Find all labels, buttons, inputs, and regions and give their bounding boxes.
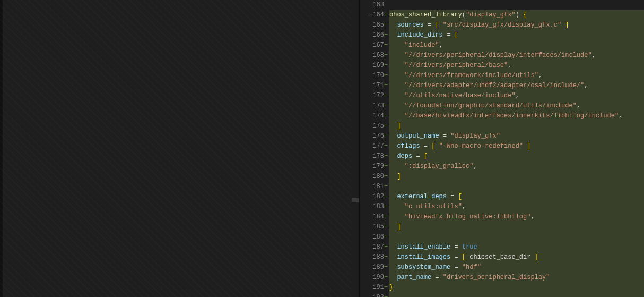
line-content[interactable]: [389, 232, 644, 242]
line-number: 180: [372, 172, 384, 182]
line-content[interactable]: "//foundation/graphic/standard/utils/inc…: [389, 101, 644, 111]
code-line[interactable]: 182+ external_deps = [: [360, 192, 644, 202]
line-content[interactable]: sources = [ "src/display_gfx/display_gfx…: [389, 20, 644, 30]
line-content[interactable]: "//drivers/adapter/uhdf2/adapter/osal/in…: [389, 81, 644, 91]
diff-added-mark: +: [384, 71, 388, 81]
code-line[interactable]: 174+ "//base/hiviewdfx/interfaces/innerk…: [360, 111, 644, 121]
code-line[interactable]: 173+ "//foundation/graphic/standard/util…: [360, 101, 644, 111]
diff-added-mark: +: [384, 20, 388, 30]
diff-added-mark: +: [384, 162, 388, 172]
code-line[interactable]: 185+ ]: [360, 222, 644, 232]
line-number: 192: [372, 293, 384, 297]
code-token: [389, 21, 397, 29]
line-content[interactable]: cflags = [ "-Wno-macro-redefined" ]: [389, 141, 644, 151]
code-token: [: [462, 253, 466, 261]
line-gutter: 166+: [360, 30, 389, 40]
code-token: ,: [584, 82, 588, 89]
code-token: true: [462, 243, 477, 251]
code-line[interactable]: 166+ include_dirs = [: [360, 30, 644, 40]
line-content[interactable]: ":display_gralloc",: [389, 162, 644, 172]
code-line[interactable]: 188+ install_images = [ chipset_base_dir…: [360, 252, 644, 262]
code-line[interactable]: 191+}: [360, 283, 644, 293]
line-content[interactable]: subsystem_name = "hdf": [389, 262, 644, 273]
code-line[interactable]: 180+ ]: [360, 172, 644, 182]
code-token: [389, 152, 397, 160]
diff-added-mark: +: [384, 10, 388, 20]
line-content[interactable]: output_name = "display_gfx": [389, 131, 644, 141]
line-content[interactable]: [389, 182, 644, 192]
diff-added-bg: [389, 293, 644, 297]
line-content[interactable]: external_deps = [: [389, 192, 644, 202]
code-line[interactable]: 169+ "//drivers/peripheral/base",: [360, 61, 644, 71]
line-content[interactable]: part_name = "drivers_peripheral_display": [389, 273, 644, 283]
code-line[interactable]: 192+: [360, 293, 644, 297]
diff-added-mark: +: [384, 212, 388, 222]
line-content[interactable]: "//drivers/peripheral/base",: [389, 61, 644, 71]
code-line[interactable]: →164+ohos_shared_library("display_gfx") …: [360, 10, 644, 20]
line-content[interactable]: [389, 293, 644, 297]
line-content[interactable]: ]: [389, 222, 644, 232]
line-content[interactable]: }: [389, 283, 644, 293]
code-line[interactable]: 186+: [360, 232, 644, 242]
right-diff-pane[interactable]: 163 →164+ohos_shared_library("display_gf…: [360, 0, 644, 297]
code-line[interactable]: 175+ ]: [360, 121, 644, 131]
code-line[interactable]: 189+ subsystem_name = "hdf": [360, 262, 644, 273]
line-gutter: 184+: [360, 212, 389, 222]
code-line[interactable]: 187+ install_enable = true: [360, 242, 644, 252]
code-line[interactable]: 176+ output_name = "display_gfx": [360, 131, 644, 141]
code-token: "hdf": [462, 264, 481, 271]
line-content[interactable]: "//utils/native/base/include",: [389, 91, 644, 101]
line-content[interactable]: "hiviewdfx_hilog_native:libhilog",: [389, 212, 644, 222]
line-number: 177: [372, 141, 384, 151]
line-number: 163: [372, 0, 384, 10]
code-line[interactable]: 177+ cflags = [ "-Wno-macro-redefined" ]: [360, 141, 644, 151]
code-line[interactable]: 168+ "//drivers/peripheral/display/inter…: [360, 50, 644, 61]
line-number: 188: [372, 252, 384, 262]
code-token: install_enable: [397, 243, 450, 251]
left-diff-pane[interactable]: [0, 0, 359, 297]
expand-arrow-icon[interactable]: →: [368, 10, 372, 20]
code-token: "display_gfx": [466, 11, 516, 19]
code-token: external_deps: [397, 193, 447, 200]
line-content[interactable]: "//base/hiviewdfx/interfaces/innerkits/l…: [389, 111, 644, 121]
diff-added-mark: +: [384, 293, 388, 297]
minimap-handle-left[interactable]: [352, 198, 359, 202]
line-content[interactable]: ]: [389, 121, 644, 131]
minimap-track-left[interactable]: [352, 0, 359, 297]
code-token: "include": [405, 41, 439, 49]
line-content[interactable]: install_images = [ chipset_base_dir ]: [389, 252, 644, 262]
line-content[interactable]: include_dirs = [: [389, 30, 644, 40]
line-number: 166: [372, 30, 384, 40]
line-content[interactable]: install_enable = true: [389, 242, 644, 252]
code-token: ,: [538, 72, 542, 79]
code-line[interactable]: 167+ "include",: [360, 40, 644, 50]
code-line[interactable]: 170+ "//drivers/framework/include/utils"…: [360, 71, 644, 81]
line-gutter: 165+: [360, 20, 389, 30]
code-line[interactable]: 171+ "//drivers/adapter/uhdf2/adapter/os…: [360, 81, 644, 91]
code-line[interactable]: 183+ "c_utils:utils",: [360, 202, 644, 212]
code-area[interactable]: 163 →164+ohos_shared_library("display_gf…: [360, 0, 644, 297]
code-line[interactable]: 163: [360, 0, 644, 10]
code-token: "-Wno-macro-redefined": [439, 142, 523, 150]
line-content[interactable]: "//drivers/framework/include/utils",: [389, 71, 644, 81]
line-content[interactable]: [389, 0, 644, 10]
code-line[interactable]: 184+ "hiviewdfx_hilog_native:libhilog",: [360, 212, 644, 222]
code-token: install_images: [397, 253, 450, 261]
line-content[interactable]: "//drivers/peripheral/display/interfaces…: [389, 50, 644, 61]
code-line[interactable]: 165+ sources = [ "src/display_gfx/displa…: [360, 20, 644, 30]
code-token: (: [462, 11, 466, 19]
line-content[interactable]: "include",: [389, 40, 644, 50]
code-line[interactable]: 178+ deps = [: [360, 151, 644, 162]
code-line[interactable]: 179+ ":display_gralloc",: [360, 162, 644, 172]
line-content[interactable]: "c_utils:utils",: [389, 202, 644, 212]
code-line[interactable]: 190+ part_name = "drivers_peripheral_dis…: [360, 273, 644, 283]
line-gutter: 175+: [360, 121, 389, 131]
code-token: [389, 274, 397, 281]
code-line[interactable]: 181+: [360, 182, 644, 192]
line-content[interactable]: ohos_shared_library("display_gfx") {: [389, 10, 644, 20]
line-content[interactable]: deps = [: [389, 151, 644, 162]
code-line[interactable]: 172+ "//utils/native/base/include",: [360, 91, 644, 101]
diff-added-mark: +: [384, 182, 388, 192]
line-number: 164: [372, 10, 384, 20]
line-content[interactable]: ]: [389, 172, 644, 182]
